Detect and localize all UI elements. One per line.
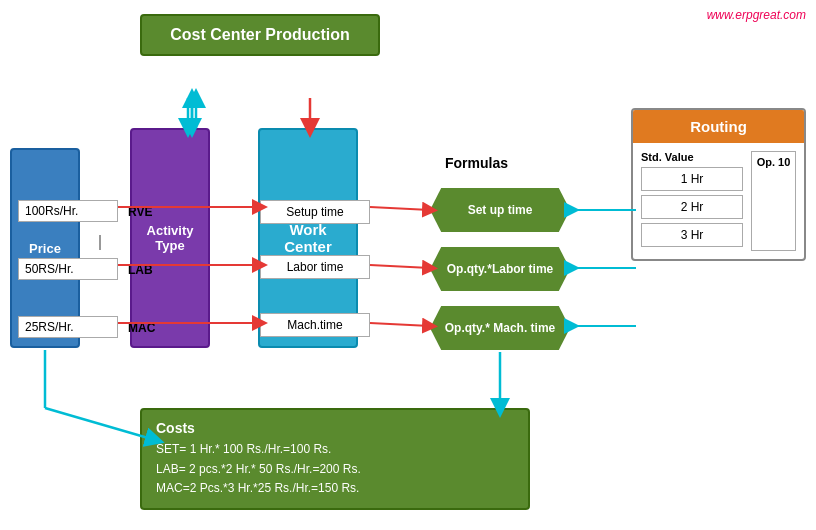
routing-op-box: Op. 10 [751,151,796,251]
costs-line-1: SET= 1 Hr.* 100 Rs./Hr.=100 Rs. [156,440,514,459]
costs-box: Costs SET= 1 Hr.* 100 Rs./Hr.=100 Rs. LA… [140,408,530,510]
formula-labor: Op.qty.*Labor time [430,247,570,291]
formulas-label: Formulas [445,155,508,171]
costs-line-2: LAB= 2 pcs.*2 Hr.* 50 Rs./Hr.=200 Rs. [156,460,514,479]
work-center-label: Work Center [266,221,350,255]
routing-hr-2: 2 Hr [641,195,743,219]
costs-line-3: MAC=2 Pcs.*3 Hr.*25 Rs./Hr.=150 Rs. [156,479,514,498]
watermark: www.erpgreat.com [707,8,806,22]
svg-line-8 [370,207,430,210]
activity-type-label: Activity Type [138,223,202,253]
wc-mach-time: Mach.time [260,313,370,337]
svg-line-16 [45,408,155,440]
wc-labor-time: Labor time [260,255,370,279]
activity-type-box: Activity Type [130,128,210,348]
routing-hr-1: 1 Hr [641,167,743,191]
price-item-lab: 50RS/Hr. [18,258,118,280]
routing-hr-3: 3 Hr [641,223,743,247]
cost-center-box: Cost Center Production [140,14,380,56]
wc-setup-time: Setup time [260,200,370,224]
costs-title: Costs [156,420,514,436]
activity-code-rve: RVE [128,205,152,219]
std-value-label: Std. Value [641,151,743,163]
routing-box: Routing Std. Value 1 Hr 2 Hr 3 Hr Op. 10 [631,108,806,261]
price-item-mac: 25RS/Hr. [18,316,118,338]
svg-line-10 [370,323,430,326]
activity-code-mac: MAC [128,321,155,335]
price-item-rve: 100Rs/Hr. [18,200,118,222]
price-label: Price [29,241,61,256]
routing-left: Std. Value 1 Hr 2 Hr 3 Hr [641,151,743,251]
routing-header: Routing [633,110,804,143]
svg-line-9 [370,265,430,268]
activity-code-lab: LAB [128,263,153,277]
op-label: Op. 10 [754,154,793,170]
cost-center-title: Cost Center Production [170,26,350,43]
formula-setup: Set up time [430,188,570,232]
formula-mach: Op.qty.* Mach. time [430,306,570,350]
routing-content: Std. Value 1 Hr 2 Hr 3 Hr Op. 10 [633,143,804,259]
